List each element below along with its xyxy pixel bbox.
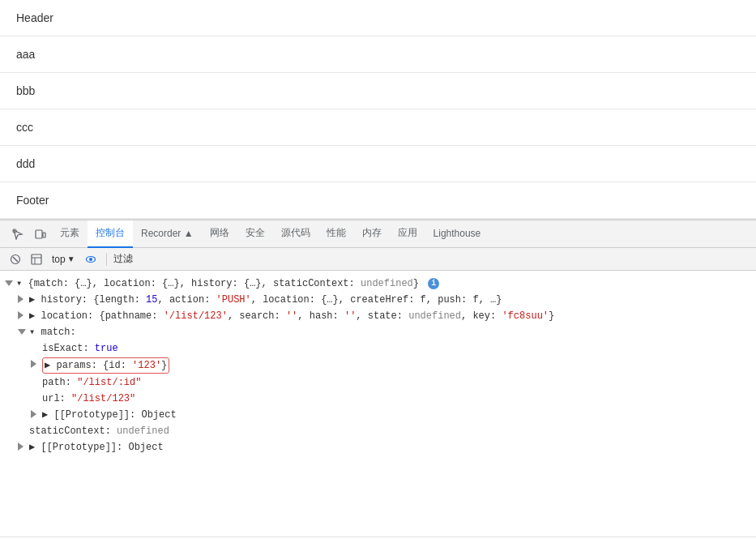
location-text: ▶ location: {pathname: '/list/123', sear…	[29, 310, 554, 322]
tab-elements[interactable]: 元素	[52, 220, 88, 248]
expand-prototype2-triangle[interactable]	[18, 443, 23, 451]
console-line-history: ▶ history: {length: 15, action: 'PUSH', …	[0, 292, 756, 308]
tab-security[interactable]: 安全	[237, 220, 273, 248]
prototype2-text: ▶ [[Prototype]]: Object	[29, 442, 164, 453]
expand-history-triangle[interactable]	[18, 295, 23, 303]
root-text: ▾ {match: {…}, location: {…}, history: {…	[16, 278, 439, 289]
tab-performance[interactable]: 性能	[318, 220, 354, 248]
tab-application[interactable]: 应用	[390, 220, 425, 248]
ccc-row: ccc	[0, 109, 756, 146]
context-selector[interactable]: top ▼	[49, 252, 79, 267]
expand-prototype1-triangle[interactable]	[31, 410, 36, 418]
path-text: path: "/list/:id"	[42, 377, 141, 388]
info-icon[interactable]: i	[428, 278, 439, 289]
tab-lighthouse[interactable]: Lighthouse	[425, 220, 489, 248]
svg-rect-5	[32, 254, 41, 264]
console-line-match: ▾ match:	[0, 324, 756, 340]
tab-console[interactable]: 控制台	[88, 220, 133, 248]
ddd-row: ddd	[0, 146, 756, 182]
cursor-icon[interactable]	[6, 223, 29, 246]
console-line-root: ▾ {match: {…}, location: {…}, history: {…	[0, 276, 756, 292]
clear-console-button[interactable]	[6, 250, 24, 268]
header-label: Header	[16, 11, 53, 24]
aaa-row: aaa	[0, 36, 756, 73]
footer-label: Footer	[16, 194, 49, 207]
devtools-toolbar: top ▼ 过滤	[0, 248, 756, 271]
devtools-tab-bar: 元素 控制台 Recorder ▲ 网络 安全 源代码 性能 内存 应用 Lig…	[0, 220, 756, 248]
header-row: Header	[0, 0, 756, 36]
bbb-label: bbb	[16, 84, 35, 97]
console-line-prototype2: ▶ [[Prototype]]: Object	[0, 439, 756, 455]
params-highlighted-box: ▶ params: {id: '123'}	[42, 357, 169, 374]
context-label: top	[52, 254, 66, 265]
svg-rect-2	[43, 233, 45, 237]
expand-root-triangle[interactable]	[5, 280, 13, 286]
svg-rect-1	[36, 230, 42, 238]
filter-label: 过滤	[113, 252, 133, 266]
footer-row: Footer	[0, 182, 756, 219]
content-area: Header aaa bbb ccc ddd Footer	[0, 0, 756, 220]
tab-recorder[interactable]: Recorder ▲	[133, 220, 202, 248]
device-icon[interactable]	[29, 223, 52, 246]
console-line-isexact: isExact: true	[0, 340, 756, 357]
inspect-button[interactable]	[28, 250, 45, 268]
tab-memory[interactable]: 内存	[354, 220, 390, 248]
prototype1-text: ▶ [[Prototype]]: Object	[42, 409, 177, 421]
console-line-staticcontext: staticContext: undefined	[0, 423, 756, 439]
console-prompt-bar: ›	[0, 537, 756, 543]
svg-point-9	[89, 258, 92, 261]
expand-match-triangle[interactable]	[18, 329, 26, 335]
console-line-params: ▶ params: {id: '123'}	[0, 357, 756, 374]
toolbar-divider	[106, 253, 107, 266]
context-dropdown-icon: ▼	[67, 254, 75, 263]
staticcontext-text: staticContext: undefined	[29, 425, 169, 437]
console-line-url: url: "/list/123"	[0, 391, 756, 407]
isexact-text: isExact: true	[42, 343, 118, 354]
aaa-label: aaa	[16, 48, 35, 61]
ccc-label: ccc	[16, 121, 33, 134]
console-line-path: path: "/list/:id"	[0, 374, 756, 391]
tab-network[interactable]: 网络	[202, 220, 237, 248]
eye-button[interactable]	[82, 250, 100, 268]
ddd-label: ddd	[16, 157, 35, 170]
bbb-row: bbb	[0, 73, 756, 109]
svg-line-4	[13, 257, 18, 262]
match-text: ▾ match:	[29, 327, 76, 338]
url-text: url: "/list/123"	[42, 393, 135, 404]
expand-location-triangle[interactable]	[18, 311, 23, 319]
console-output: ▾ {match: {…}, location: {…}, history: {…	[0, 271, 756, 537]
devtools-panel: 元素 控制台 Recorder ▲ 网络 安全 源代码 性能 内存 应用 Lig…	[0, 220, 756, 543]
tab-sources[interactable]: 源代码	[273, 220, 318, 248]
history-text: ▶ history: {length: 15, action: 'PUSH', …	[29, 294, 502, 306]
expand-params-triangle[interactable]	[31, 360, 36, 368]
console-line-prototype1: ▶ [[Prototype]]: Object	[0, 407, 756, 423]
console-line-location: ▶ location: {pathname: '/list/123', sear…	[0, 308, 756, 324]
